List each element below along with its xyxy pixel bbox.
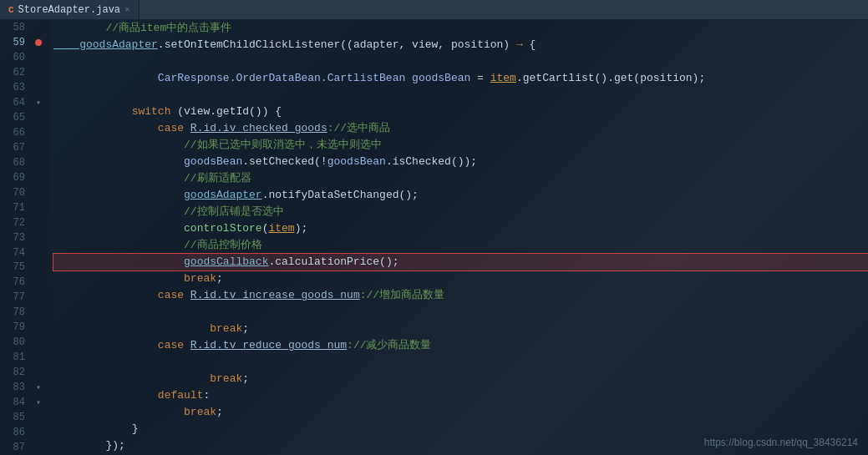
paren-71: ( bbox=[262, 220, 269, 237]
indent-80 bbox=[53, 371, 210, 387]
fold-arrow-64[interactable]: ▾ bbox=[36, 98, 41, 108]
comment-78: ://减少商品数量 bbox=[347, 337, 431, 354]
indent-65 bbox=[53, 120, 158, 137]
gutter-row-68: 68 bbox=[0, 155, 50, 170]
line-num-71: 71 bbox=[0, 202, 32, 214]
line-num-73: 73 bbox=[0, 232, 32, 244]
code-line-74: break; bbox=[53, 270, 868, 287]
gutter-row-75: 75 bbox=[0, 260, 50, 276]
space-65 bbox=[184, 120, 190, 137]
gutter-row-87: 87 bbox=[0, 440, 50, 455]
param-adapter-59: adapter bbox=[353, 37, 399, 53]
line-num-59: 59 bbox=[0, 37, 32, 48]
switch-keyword-64: switch bbox=[132, 104, 171, 120]
dot-notify-69: .notifyDataSetChanged(); bbox=[262, 187, 419, 204]
code-line-80: break; bbox=[53, 371, 868, 387]
indent-69 bbox=[53, 187, 184, 204]
break-74: break bbox=[184, 270, 216, 287]
code-area[interactable]: //商品item中的点击事件 goodsAdapter.setOnItemChi… bbox=[50, 20, 868, 455]
indent-82 bbox=[53, 404, 184, 421]
tab-bar: C StoreAdapter.java × bbox=[0, 0, 868, 20]
indent-72 bbox=[53, 237, 184, 254]
gutter-row-85: 85 bbox=[0, 410, 50, 425]
code-line-69: goodsAdapter.notifyDataSetChanged(); bbox=[53, 187, 868, 204]
code-line-82: break; bbox=[53, 404, 868, 421]
line-num-83: 83 bbox=[0, 382, 32, 393]
close-brace-83: } bbox=[132, 421, 139, 437]
item-71: item bbox=[268, 220, 294, 237]
gutter-row-83: 83 ▾ bbox=[0, 380, 50, 395]
breakpoint-59 bbox=[35, 39, 42, 46]
tab-close-button[interactable]: × bbox=[124, 5, 130, 15]
line-num-60: 60 bbox=[0, 52, 32, 63]
tab-filename: StoreAdapter.java bbox=[18, 4, 120, 16]
gutter-row-62: 62 bbox=[0, 65, 50, 80]
line-num-77: 77 bbox=[0, 291, 32, 303]
gutter-row-76: 76 bbox=[0, 275, 50, 290]
code-line-81: default: bbox=[53, 387, 868, 404]
goodsbean2-67: goodsBean bbox=[327, 154, 386, 170]
code-line-63 bbox=[53, 87, 868, 104]
case-keyword-75: case bbox=[158, 287, 184, 304]
fold-arrow-84[interactable]: ▾ bbox=[36, 397, 41, 407]
semi-77: ; bbox=[242, 321, 249, 337]
code-line-72: //商品控制价格 bbox=[53, 237, 868, 254]
gutter-row-73: 73 bbox=[0, 230, 50, 245]
item-ref-62: item bbox=[490, 70, 516, 87]
line-gutter: 58 59 60 62 63 bbox=[0, 20, 50, 455]
case-keyword-65: case bbox=[158, 120, 184, 137]
indent-75 bbox=[53, 287, 158, 304]
param-position-59: position bbox=[451, 37, 503, 53]
line-num-64: 64 bbox=[0, 97, 32, 109]
break-80: break bbox=[210, 371, 242, 387]
indent-78 bbox=[53, 337, 158, 354]
comment-72: //商品控制价格 bbox=[184, 237, 262, 254]
gutter-row-71: 71 bbox=[0, 200, 50, 215]
space-75 bbox=[184, 287, 190, 304]
break-82: break bbox=[184, 404, 216, 421]
line-num-66: 66 bbox=[0, 127, 32, 139]
gutter-row-59: 59 bbox=[0, 35, 50, 50]
line-num-84: 84 bbox=[0, 397, 32, 408]
indent-68 bbox=[53, 170, 184, 187]
colon-81: : bbox=[203, 387, 210, 404]
code-line-83: } bbox=[53, 421, 868, 437]
close-bracket-84: }); bbox=[105, 437, 124, 454]
gutter-row-81: 81 bbox=[0, 350, 50, 365]
indent-84 bbox=[53, 437, 105, 454]
rid-tv-reduce-78: R.id.tv_reduce_goods_num bbox=[190, 337, 347, 354]
default-keyword-81: default bbox=[158, 387, 204, 404]
goodscallback-73: goodsCallback bbox=[184, 254, 268, 270]
active-tab[interactable]: C StoreAdapter.java × bbox=[0, 0, 140, 19]
paren-open-64: (view.getId()) { bbox=[170, 104, 282, 120]
code-line-78: case R.id.tv_reduce_goods_num://减少商品数量 bbox=[53, 337, 868, 354]
gutter-row-58: 58 bbox=[0, 20, 50, 35]
gutter-row-84: 84 ▾ bbox=[0, 395, 50, 410]
gutter-row-64: 64 ▾ bbox=[0, 95, 50, 110]
watermark: https://blog.csdn.net/qq_38436214 bbox=[704, 437, 858, 448]
indent-83 bbox=[53, 421, 132, 437]
gutter-row-63: 63 bbox=[0, 80, 50, 95]
line-num-78: 78 bbox=[0, 306, 32, 318]
code-line-66: //如果已选中则取消选中，未选中则选中 bbox=[53, 137, 868, 154]
gutter-row-70: 70 bbox=[0, 185, 50, 200]
goodsbean-67: goodsBean bbox=[184, 154, 242, 170]
file-type-icon: C bbox=[8, 5, 14, 15]
code-line-77: break; bbox=[53, 321, 868, 337]
gutter-row-79: 79 bbox=[0, 320, 50, 335]
gutter-row-82: 82 bbox=[0, 365, 50, 380]
paren-59: ) bbox=[503, 37, 516, 53]
line-num-63: 63 bbox=[0, 82, 32, 94]
rid-tv-increase-75: R.id.tv_increase_goods_num bbox=[190, 287, 360, 304]
gutter-row-67: 67 bbox=[0, 140, 50, 155]
method-setonitem-59: .setOnItemChildClickListener(( bbox=[158, 37, 353, 53]
code-line-70: //控制店铺是否选中 bbox=[53, 204, 868, 220]
indent-66 bbox=[53, 137, 184, 154]
fold-arrow-83[interactable]: ▾ bbox=[36, 382, 41, 392]
gutter-row-80: 80 bbox=[0, 335, 50, 350]
code-line-71: controlStore(item); bbox=[53, 220, 868, 237]
line-num-81: 81 bbox=[0, 351, 32, 363]
ischecked-67: .isChecked()); bbox=[386, 154, 477, 170]
gutter-row-72: 72 bbox=[0, 215, 50, 230]
eq-62: = bbox=[470, 70, 490, 87]
